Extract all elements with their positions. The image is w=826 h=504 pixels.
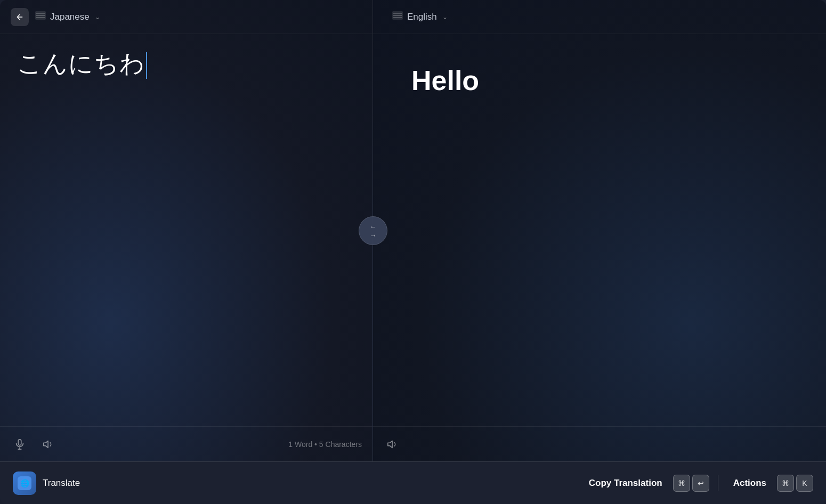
speaker-button-translation[interactable] <box>384 435 402 453</box>
app-name: Translate <box>43 478 80 489</box>
microphone-button[interactable] <box>11 435 29 453</box>
source-lang-chevron: ⌄ <box>95 13 100 21</box>
translation-panel: English ⌄ Hello <box>373 0 826 461</box>
svg-marker-4 <box>388 441 392 448</box>
svg-marker-2 <box>44 441 48 448</box>
k-key-badge: K <box>796 475 813 492</box>
translation-header: English ⌄ <box>373 0 826 34</box>
actions-cmd-key-badge: ⌘ <box>777 475 794 492</box>
actions-shortcut: ⌘ K <box>777 475 813 492</box>
target-lang-chevron: ⌄ <box>442 13 448 21</box>
actions-button[interactable]: Actions <box>727 474 773 493</box>
swap-arrows-icon: ← → <box>370 223 377 239</box>
word-count: 1 Word • 5 Characters <box>288 440 362 449</box>
back-button[interactable] <box>11 8 29 26</box>
svg-rect-1 <box>18 439 21 445</box>
target-flag-icon <box>392 11 403 22</box>
source-lang-label: Japanese <box>50 12 90 22</box>
swap-button-container: ← → <box>359 216 387 245</box>
translation-footer-icons <box>384 435 402 453</box>
cmd-key-badge: ⌘ <box>673 475 690 492</box>
target-lang-label: English <box>407 12 437 22</box>
source-header: Japanese ⌄ <box>0 0 372 34</box>
source-lang-selector[interactable]: Japanese ⌄ <box>35 11 100 22</box>
taskbar-actions: Copy Translation ⌘ ↩ Actions ⌘ K <box>582 474 813 493</box>
translation-footer <box>373 426 826 461</box>
source-flag-icon <box>35 11 46 22</box>
source-footer: 1 Word • 5 Characters <box>0 426 372 461</box>
translation-text-area: Hello <box>373 34 826 426</box>
copy-translation-button[interactable]: Copy Translation <box>582 474 669 493</box>
copy-translation-shortcut: ⌘ ↩ <box>673 475 709 492</box>
target-lang-selector[interactable]: English ⌄ <box>392 11 448 22</box>
source-text-area[interactable]: こんにちわ <box>0 34 372 426</box>
source-panel: Japanese ⌄ こんにちわ <box>0 0 373 461</box>
app-icon: 🌐 <box>13 472 36 495</box>
translation-text: Hello <box>390 49 809 112</box>
source-text[interactable]: こんにちわ <box>17 49 355 79</box>
source-footer-icons <box>11 435 58 453</box>
taskbar: 🌐 Translate Copy Translation ⌘ ↩ Actions… <box>0 461 826 504</box>
speaker-button-source[interactable] <box>39 435 58 453</box>
return-key-badge: ↩ <box>692 475 709 492</box>
text-cursor <box>146 52 147 79</box>
taskbar-divider <box>718 475 718 491</box>
app-info: 🌐 Translate <box>13 472 80 495</box>
swap-languages-button[interactable]: ← → <box>359 216 387 245</box>
svg-text:🌐: 🌐 <box>20 479 30 488</box>
